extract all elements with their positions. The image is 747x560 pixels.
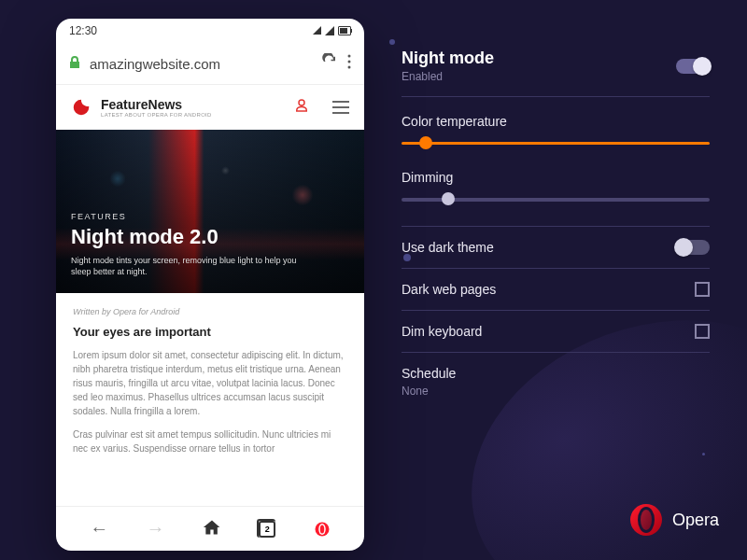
- night-mode-header: Night mode Enabled: [402, 35, 710, 97]
- nav-back-icon[interactable]: ←: [90, 518, 108, 539]
- svg-point-1: [348, 60, 351, 63]
- article-paragraph: Lorem ipsum dolor sit amet, consectetur …: [73, 348, 347, 418]
- signal-full-icon: [325, 26, 334, 35]
- bottom-nav: ← → 2: [56, 506, 364, 551]
- site-header: FeatureNews LATEST ABOUT OPERA FOR ANDRO…: [56, 85, 364, 130]
- schedule-label: Schedule: [402, 366, 456, 381]
- reload-icon[interactable]: [321, 53, 338, 75]
- color-temperature-section: Color temperature Dimming: [402, 97, 710, 227]
- svg-point-5: [320, 525, 325, 533]
- url-text: amazingwebsite.com: [90, 56, 312, 72]
- svg-point-8: [641, 510, 652, 530]
- dim-keyboard-row: Dim keyboard: [402, 311, 710, 353]
- opera-brand: Opera: [629, 503, 719, 537]
- dimming-label: Dimming: [402, 170, 710, 185]
- night-mode-title: Night mode: [402, 49, 494, 68]
- tab-count: 2: [265, 525, 270, 534]
- dim-keyboard-checkbox[interactable]: [695, 324, 710, 339]
- dimming-slider[interactable]: [402, 198, 710, 203]
- article-title: Your eyes are important: [73, 323, 347, 342]
- phone-mockup: 12:30 amazingwebsite.com FeatureNews LAT…: [56, 19, 364, 551]
- svg-point-2: [348, 65, 351, 68]
- battery-icon: [338, 26, 351, 35]
- hero-title: Night mode 2.0: [71, 225, 349, 249]
- status-bar: 12:30: [56, 19, 364, 43]
- night-mode-settings: Night mode Enabled Color temperature Dim…: [402, 35, 710, 411]
- menu-dots-icon[interactable]: [347, 54, 351, 74]
- site-brand: FeatureNews LATEST ABOUT OPERA FOR ANDRO…: [101, 97, 284, 118]
- user-icon[interactable]: [293, 97, 310, 118]
- dark-theme-row: Use dark theme: [402, 227, 710, 269]
- article-byline: Written by Opera for Android: [73, 306, 347, 319]
- dim-keyboard-label: Dim keyboard: [402, 324, 482, 339]
- dark-pages-row: Dark web pages: [402, 269, 710, 311]
- dark-pages-checkbox[interactable]: [695, 282, 710, 297]
- color-temperature-slider[interactable]: [402, 142, 710, 147]
- nav-forward-icon[interactable]: →: [147, 518, 165, 539]
- hamburger-icon[interactable]: [332, 101, 349, 114]
- hero-tag: FEATURES: [71, 212, 349, 221]
- hero-description: Night mode tints your screen, removing b…: [71, 255, 314, 278]
- brand-subtitle: LATEST ABOUT OPERA FOR ANDROID: [101, 112, 284, 118]
- dark-theme-label: Use dark theme: [402, 240, 494, 255]
- lock-icon: [69, 56, 80, 72]
- status-icons: [312, 26, 351, 35]
- moon-logo-icon: [71, 97, 92, 118]
- status-time: 12:30: [69, 24, 97, 37]
- nav-home-icon[interactable]: [203, 518, 221, 540]
- signal-icon: [312, 26, 321, 35]
- color-temperature-label: Color temperature: [402, 114, 710, 129]
- url-bar[interactable]: amazingwebsite.com: [56, 43, 364, 84]
- schedule-row[interactable]: Schedule None: [402, 353, 710, 411]
- schedule-value: None: [402, 385, 429, 398]
- opera-logo-icon: [629, 503, 663, 537]
- article-paragraph: Cras pulvinar est sit amet tempus sollic…: [73, 427, 347, 455]
- article-body: Written by Opera for Android Your eyes a…: [56, 293, 364, 506]
- nav-tabs-icon[interactable]: 2: [259, 521, 275, 538]
- brand-name: FeatureNews: [101, 97, 284, 112]
- dark-theme-toggle[interactable]: [676, 240, 710, 255]
- dark-pages-label: Dark web pages: [402, 282, 496, 297]
- night-mode-status: Enabled: [402, 70, 494, 83]
- opera-brand-text: Opera: [672, 511, 719, 530]
- hero-section: FEATURES Night mode 2.0 Night mode tints…: [56, 130, 364, 293]
- svg-point-0: [348, 54, 351, 57]
- nav-opera-icon[interactable]: [314, 521, 331, 538]
- night-mode-toggle[interactable]: [676, 59, 710, 74]
